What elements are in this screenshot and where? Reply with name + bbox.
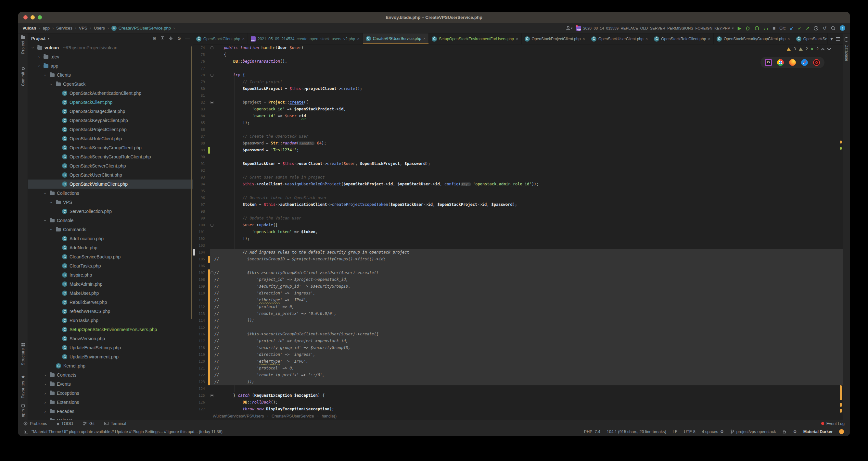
code-line[interactable]: 81: [193, 92, 843, 99]
code-line[interactable]: 113// 'remote_ip_prefix' => '0.0.0.0/0',: [193, 310, 843, 317]
tree-item[interactable]: Inspire.php: [28, 270, 193, 279]
tree-item[interactable]: OpenStackSecurityGroupClient.php: [28, 143, 193, 152]
tree-item[interactable]: OpenStackSecurityGroupRuleClient.php: [28, 152, 193, 161]
tree-item[interactable]: OpenStackKeypairClient.php: [28, 116, 193, 125]
fold-toggle-icon[interactable]: [211, 271, 213, 274]
indent-indicator[interactable]: 4 spaces ⚙: [702, 429, 724, 434]
code-line[interactable]: 97 $token = $this->authenticationClient-…: [193, 201, 843, 208]
line-number[interactable]: 119: [193, 351, 208, 358]
tree-chevron-icon[interactable]: ›: [37, 64, 41, 68]
editor-tab[interactable]: OpenStackRoleClient.php×: [651, 33, 714, 44]
code-line[interactable]: 124: [193, 385, 843, 392]
tab-close-icon[interactable]: ×: [242, 36, 245, 41]
project-scrollbar[interactable]: [191, 46, 192, 319]
code-line[interactable]: 120// 'ethertype' => 'IPv6',: [193, 358, 843, 365]
code-line[interactable]: 121// 'protocol' => 0,: [193, 365, 843, 372]
tree-item[interactable]: ›Console: [28, 216, 193, 225]
code-line[interactable]: 114// ]);: [193, 317, 843, 324]
line-number[interactable]: 110: [193, 290, 208, 297]
line-number[interactable]: 80: [193, 86, 208, 92]
line-number[interactable]: 116: [193, 331, 208, 338]
tab-close-icon[interactable]: ×: [708, 36, 710, 41]
chrome-browser-icon[interactable]: [777, 59, 784, 66]
editor-tab[interactable]: OpenStackProjectClient.php×: [522, 33, 588, 44]
code-line[interactable]: 102 ]);: [193, 235, 843, 242]
title-bar[interactable]: Envoy.blade.php – CreateVPSUserService.p…: [18, 12, 850, 23]
code-line[interactable]: 127 throw new DisplayException($exceptio…: [193, 406, 843, 413]
code-line[interactable]: 75 {: [193, 51, 843, 58]
hide-panel-icon[interactable]: —: [185, 36, 190, 41]
caret-position-indicator[interactable]: 104:1 (915 chars, 20 line breaks): [607, 429, 666, 434]
hidden-tabs-chevron-icon[interactable]: ▾: [830, 36, 833, 42]
run-with-coverage-button[interactable]: [754, 26, 760, 31]
line-number[interactable]: 83: [193, 106, 208, 113]
code-line[interactable]: 77: [193, 65, 843, 72]
tab-list-menu-icon[interactable]: [836, 37, 840, 41]
fold-toggle-icon[interactable]: [211, 394, 213, 397]
project-panel-header[interactable]: Project ▾ ⊕ ⚙ —: [28, 33, 193, 43]
tree-item[interactable]: UpdateEnvironment.php: [28, 352, 193, 361]
code-line[interactable]: 88 $password = Str::random(length: 64);: [193, 140, 843, 147]
code-line[interactable]: 82 $project = Project::create([: [193, 99, 843, 106]
line-number[interactable]: 108: [193, 276, 208, 283]
line-number[interactable]: 103: [193, 242, 208, 249]
tree-item[interactable]: OpenStackAuthenticationClient.php: [28, 89, 193, 98]
profiler-button[interactable]: [764, 26, 769, 31]
tree-item[interactable]: ›app: [28, 61, 193, 70]
breadcrumb-item[interactable]: CreateVPSUserService.php: [112, 26, 171, 31]
code-line[interactable]: 79 // Create project: [193, 78, 843, 86]
line-number[interactable]: 127: [193, 406, 208, 413]
tree-item[interactable]: RunTasks.php: [28, 316, 193, 325]
code-line[interactable]: 94 $this->roleClient->assignUserRoleOnPr…: [193, 181, 843, 188]
prev-problem-icon[interactable]: [821, 48, 825, 52]
tree-item[interactable]: ›OpenStack: [28, 79, 193, 89]
code-line[interactable]: 91 $openStackUser = $this->userClient->c…: [193, 160, 843, 167]
code-line[interactable]: 126 DB::rollBack();: [193, 399, 843, 406]
theme-indicator[interactable]: Material Darker: [803, 429, 833, 434]
tool-tab-npm[interactable]: npm: [18, 404, 28, 417]
tool-tab-terminal[interactable]: Terminal: [104, 421, 126, 426]
code-line[interactable]: 115//: [193, 324, 843, 331]
code-line[interactable]: 108// 'project_id' => $project->openstac…: [193, 276, 843, 283]
line-number[interactable]: 87: [193, 133, 208, 140]
line-number[interactable]: 112: [193, 303, 208, 310]
tree-chevron-icon[interactable]: ›: [43, 409, 48, 414]
code-line[interactable]: 118// 'security_group_id' => $securityGr…: [193, 344, 843, 351]
fold-marker-icon[interactable]: [210, 72, 214, 78]
code-line[interactable]: 101 'openstack_token' => $token,: [193, 229, 843, 235]
code-line[interactable]: 87 // Create the OpenStack user: [193, 133, 843, 140]
fold-marker-icon[interactable]: [210, 44, 214, 51]
tree-item[interactable]: UpdateEmailSettings.php: [28, 343, 193, 352]
tree-chevron-icon[interactable]: ›: [43, 373, 48, 377]
line-number[interactable]: 105: [193, 256, 208, 263]
code-line[interactable]: 119// 'direction' => 'ingress',: [193, 351, 843, 358]
tree-chevron-icon[interactable]: ›: [43, 391, 48, 396]
code-line[interactable]: 103: [193, 242, 843, 249]
commit-button[interactable]: ✓: [798, 26, 802, 31]
line-ending-indicator[interactable]: LF: [673, 429, 678, 434]
line-number[interactable]: 122: [193, 372, 208, 378]
tree-chevron-icon[interactable]: ›: [49, 82, 54, 86]
locate-file-icon[interactable]: ⊕: [153, 36, 157, 41]
stripe-mark[interactable]: [840, 403, 842, 407]
code-line[interactable]: 98: [193, 208, 843, 215]
tab-close-icon[interactable]: ×: [357, 36, 360, 41]
stripe-mark[interactable]: [840, 140, 842, 143]
collapse-all-icon[interactable]: [168, 36, 173, 41]
material-theme-icon[interactable]: [839, 429, 844, 434]
line-number[interactable]: 78: [193, 72, 208, 78]
code-line[interactable]: 90: [193, 154, 843, 160]
tool-tab-todo[interactable]: ≡ TODO: [57, 421, 73, 426]
line-number[interactable]: 102: [193, 235, 208, 242]
tree-chevron-icon[interactable]: ›: [43, 418, 48, 420]
settings-gear-icon[interactable]: ⚙: [177, 36, 181, 41]
tree-item[interactable]: OpenStackServerClient.php: [28, 161, 193, 170]
tool-tab-favorites[interactable]: ★ Favorites: [18, 374, 28, 398]
line-number[interactable]: 85: [193, 120, 208, 126]
line-number[interactable]: 120: [193, 358, 208, 365]
line-number[interactable]: 118: [193, 344, 208, 351]
history-button[interactable]: [813, 26, 818, 31]
line-number[interactable]: 98: [193, 208, 208, 215]
fold-toggle-icon[interactable]: [211, 101, 213, 104]
line-number[interactable]: 88: [193, 140, 208, 147]
